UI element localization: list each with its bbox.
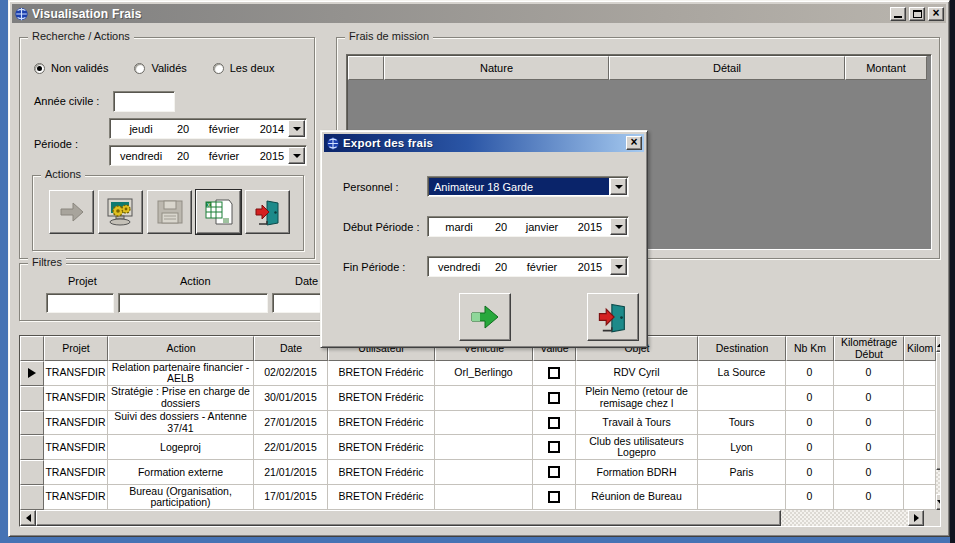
valide-checkbox[interactable] (548, 392, 560, 404)
cell-utilisateur: BRETON Frédéric (328, 361, 435, 386)
cell-valide (533, 460, 576, 485)
column-header-km_debut[interactable]: Kilométrage Début (834, 336, 904, 361)
table-row[interactable]: TRANSFDIRSuivi des dossiers - Antenne 37… (20, 411, 936, 436)
dialog-confirm-button[interactable] (459, 293, 511, 341)
dialog-title: Export des frais (343, 137, 623, 149)
period-start-value: jeudi20février2014 (110, 119, 287, 138)
cell-nb_km: 0 (786, 386, 834, 411)
cell-date: 02/02/2015 (254, 361, 328, 386)
cell-destination: La Source (698, 361, 786, 386)
cell-nb_km: 0 (786, 485, 834, 510)
column-header-projet[interactable]: Projet (44, 336, 108, 361)
minimize-icon (894, 16, 902, 18)
vertical-scroll-thumb[interactable] (936, 352, 940, 470)
horizontal-scrollbar[interactable] (20, 510, 940, 526)
cell-nb_km: 0 (786, 361, 834, 386)
column-header-date[interactable]: Date (254, 336, 328, 361)
personnel-combo[interactable]: Animateur 18 Garde (427, 176, 629, 197)
table-row[interactable]: TRANSFDIRStratégie : Prise en charge de … (20, 386, 936, 411)
row-selector[interactable] (20, 485, 44, 510)
valide-checkbox[interactable] (548, 466, 560, 478)
dropdown-button[interactable] (288, 120, 305, 137)
cell-projet: TRANSFDIR (44, 361, 108, 386)
valide-checkbox[interactable] (548, 441, 560, 453)
table-row[interactable]: TRANSFDIRRelation partenaire financier -… (20, 361, 936, 386)
table-row[interactable]: TRANSFDIRBureau (Organisation, participa… (20, 485, 936, 510)
search-actions-group: Recherche / Actions Non validés Validés … (19, 37, 315, 259)
valide-checkbox[interactable] (548, 491, 560, 503)
radio-les-deux[interactable]: Les deux (213, 62, 275, 74)
mission-col-nature[interactable]: Nature (384, 56, 609, 80)
exit-button[interactable] (245, 190, 290, 234)
start-period-combo[interactable]: mardi20janvier2015 (427, 216, 629, 237)
cell-km_fin (904, 435, 936, 460)
dropdown-button[interactable] (610, 178, 627, 195)
excel-export-button[interactable]: X (196, 190, 241, 234)
close-icon: × (630, 136, 637, 148)
cell-km_debut: 0 (834, 361, 904, 386)
go-button[interactable] (49, 190, 94, 234)
desktop: { "window": { "title": "Visualisation Fr… (0, 0, 955, 543)
close-button[interactable]: × (928, 7, 944, 21)
table-row[interactable]: TRANSFDIRFormation externe21/01/2015BRET… (20, 460, 936, 485)
end-period-combo[interactable]: vendredi20février2015 (427, 256, 629, 277)
radio-valides[interactable]: Validés (134, 62, 186, 74)
window-title: Visualisation Frais (32, 7, 887, 21)
config-button[interactable] (98, 190, 143, 234)
save-button[interactable] (147, 190, 192, 234)
mission-col-detail[interactable]: Détail (609, 56, 845, 80)
minimize-button[interactable] (890, 7, 906, 21)
dialog-titlebar[interactable]: Export des frais × (324, 134, 644, 152)
app-icon (14, 7, 29, 21)
search-actions-group-title: Recherche / Actions (28, 30, 134, 42)
dropdown-button[interactable] (288, 147, 305, 164)
period-end-combo[interactable]: vendredi20février2015 (109, 145, 307, 166)
scroll-right-button[interactable] (908, 510, 924, 526)
mission-col-montant[interactable]: Montant (845, 56, 927, 80)
column-header-action[interactable]: Action (108, 336, 254, 361)
column-header-selector[interactable] (20, 336, 44, 361)
year-input[interactable] (113, 91, 175, 112)
chevron-down-icon (615, 265, 623, 269)
personnel-label: Personnel : (343, 181, 399, 193)
row-selector[interactable] (20, 435, 44, 460)
chevron-down-icon (615, 185, 623, 189)
valide-checkbox[interactable] (548, 367, 560, 379)
period-start-combo[interactable]: jeudi20février2014 (109, 118, 307, 139)
row-selector[interactable] (20, 361, 44, 386)
vertical-scrollbar[interactable] (936, 336, 940, 510)
mission-col-selector (348, 56, 384, 80)
horizontal-scroll-thumb[interactable] (36, 510, 781, 526)
dialog-close-button[interactable]: × (626, 136, 642, 150)
row-selector[interactable] (20, 411, 44, 436)
cell-valide (533, 361, 576, 386)
column-header-km_fin[interactable]: Kilom (904, 336, 936, 361)
table-row[interactable]: TRANSFDIRLogeproj22/01/2015BRETON Frédér… (20, 435, 936, 460)
cell-km_fin (904, 361, 936, 386)
scroll-down-button[interactable] (936, 494, 940, 510)
maximize-button[interactable] (909, 7, 925, 21)
column-header-destination[interactable]: Destination (698, 336, 786, 361)
filter-action-input[interactable] (118, 293, 268, 313)
dialog-exit-button[interactable] (587, 293, 639, 341)
scroll-left-button[interactable] (20, 510, 36, 526)
radio-non-valides[interactable]: Non validés (34, 62, 108, 74)
actions-group-title: Actions (41, 168, 85, 180)
column-header-nb_km[interactable]: Nb Km (786, 336, 834, 361)
row-selector[interactable] (20, 460, 44, 485)
scroll-up-button[interactable] (936, 336, 940, 352)
filter-projet-label: Projet (68, 275, 97, 287)
cell-utilisateur: BRETON Frédéric (328, 485, 435, 510)
dropdown-button[interactable] (610, 258, 627, 275)
cell-action: Logeproj (108, 435, 254, 460)
main-titlebar[interactable]: Visualisation Frais × (12, 4, 946, 23)
dropdown-button[interactable] (610, 218, 627, 235)
filters-group-title: Filtres (28, 256, 66, 268)
row-selector[interactable] (20, 386, 44, 411)
scrollbar-corner (924, 510, 940, 526)
filter-projet-input[interactable] (46, 293, 114, 313)
cell-vehicule (435, 411, 533, 436)
results-rows: ProjetActionDateUtilisateurVéhiculeValid… (20, 336, 936, 510)
radio-label: Les deux (230, 62, 275, 74)
valide-checkbox[interactable] (548, 417, 560, 429)
